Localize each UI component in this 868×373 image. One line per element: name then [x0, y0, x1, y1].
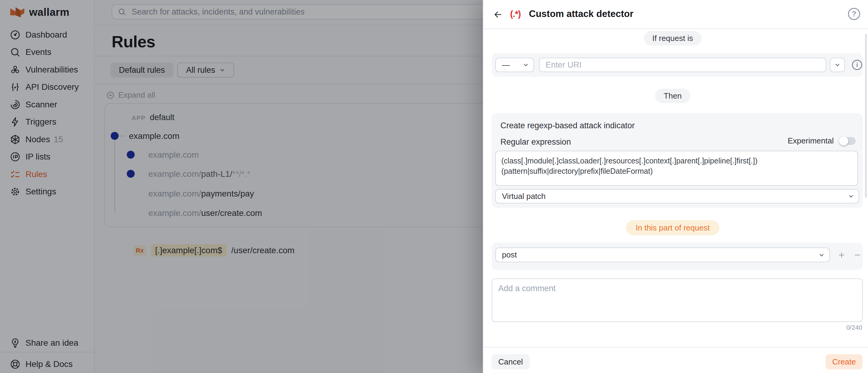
comment-counter: 0/240 — [846, 324, 862, 331]
regex-line-2: (pattern|suffix|directory|prefix|fileDat… — [501, 166, 852, 176]
in-this-part-of-request-pill: In this part of request — [626, 220, 719, 235]
app-screen: wallarm Dashboard Events Vulnerabilities — [0, 0, 868, 373]
uri-input[interactable] — [539, 58, 827, 72]
comment-textarea[interactable] — [492, 278, 863, 322]
cancel-button[interactable]: Cancel — [492, 354, 530, 369]
request-part-select[interactable]: post — [495, 247, 830, 262]
regex-label: Regular expression — [500, 137, 571, 147]
regex-textarea[interactable]: (class[.]module[.]classLoader[.]resource… — [495, 151, 858, 186]
condition-card: — i — [492, 53, 863, 77]
pill-row: In this part of request — [484, 220, 862, 235]
create-button[interactable]: Create — [826, 354, 863, 369]
action-value: Virtual patch — [502, 192, 546, 201]
custom-attack-detector-drawer: (.*) Custom attack detector ? If request… — [483, 0, 868, 373]
drawer-scrollbar[interactable] — [865, 34, 867, 198]
if-request-is-pill: If request is — [644, 31, 702, 45]
chevron-down-icon — [523, 62, 529, 68]
attack-indicator-card: Create regexp-based attack indicator Reg… — [492, 113, 863, 208]
chevron-down-icon — [848, 193, 854, 199]
drawer-header: (.*) Custom attack detector ? — [484, 0, 868, 29]
regex-rule-icon: (.*) — [510, 9, 521, 19]
drawer-title: Custom attack detector — [529, 8, 633, 20]
regex-line-1: (class[.]module[.]classLoader[.]resource… — [501, 156, 852, 166]
experimental-toggle[interactable] — [840, 137, 856, 145]
drawer-footer-divider — [484, 347, 868, 347]
info-icon[interactable]: i — [852, 60, 862, 70]
chevron-down-icon — [835, 62, 840, 68]
add-part-button[interactable] — [837, 251, 846, 259]
pill-row: Then — [484, 89, 862, 103]
toggle-knob — [839, 136, 848, 146]
experimental-label: Experimental — [787, 136, 834, 146]
request-part-card: post — [492, 243, 863, 270]
help-icon[interactable]: ? — [848, 8, 860, 20]
remove-part-button[interactable] — [853, 251, 862, 259]
condition-expand-button[interactable] — [830, 58, 845, 72]
chevron-down-icon — [819, 252, 824, 258]
operator-value: — — [502, 60, 510, 70]
then-pill: Then — [655, 89, 690, 103]
condition-operator-select[interactable]: — — [495, 58, 534, 72]
pill-row: If request is — [484, 31, 862, 45]
back-button[interactable] — [492, 8, 504, 21]
request-part-value: post — [502, 250, 517, 259]
action-select[interactable]: Virtual patch — [495, 189, 859, 204]
indicator-title: Create regexp-based attack indicator — [500, 121, 635, 130]
